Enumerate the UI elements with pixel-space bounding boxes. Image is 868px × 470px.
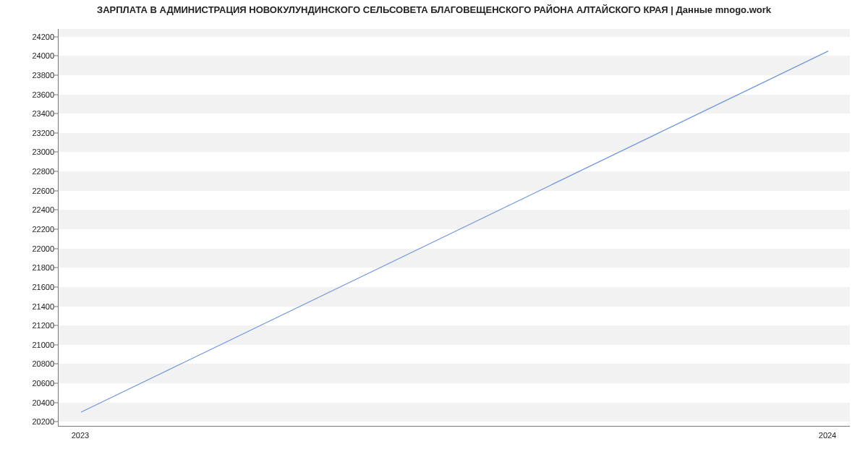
y-tick-mark [54,56,58,56]
y-tick-mark [54,36,58,37]
y-tick-mark [54,114,58,114]
y-tick-mark [54,171,58,172]
y-tick-mark [54,422,58,422]
y-tick-label: 21800 [11,263,54,272]
grid-band [59,364,850,383]
y-tick-mark [54,190,58,191]
y-tick-label: 23400 [11,109,54,118]
plot-area [58,29,850,427]
y-tick-label: 23800 [11,71,54,80]
y-tick-label: 23200 [11,129,54,137]
y-tick-label: 21600 [11,283,54,291]
y-tick-mark [54,402,58,403]
y-tick-label: 22200 [11,225,54,234]
y-tick-mark [54,152,58,153]
y-tick-label: 22000 [11,244,54,253]
y-tick-label: 21000 [11,341,54,349]
y-tick-label: 20800 [11,359,54,368]
grid-band [59,249,850,268]
chart-title: ЗАРПЛАТА В АДМИНИСТРАЦИЯ НОВОКУЛУНДИНСКО… [0,4,868,15]
grid-band [59,29,850,37]
y-tick-label: 22600 [11,187,54,195]
y-tick-label: 22400 [11,205,54,214]
y-tick-label: 23600 [11,90,54,99]
y-tick-mark [54,383,58,384]
y-tick-mark [54,74,58,75]
y-tick-mark [54,94,58,95]
y-tick-mark [54,364,58,364]
grid-band [59,210,850,229]
grid-band [59,95,850,114]
grid-band [59,325,850,345]
y-tick-label: 20200 [11,417,54,426]
y-tick-label: 20400 [11,398,54,407]
y-tick-label: 22800 [11,167,54,176]
chart-container: ЗАРПЛАТА В АДМИНИСТРАЦИЯ НОВОКУЛУНДИНСКО… [0,0,868,470]
y-tick-label: 21400 [11,302,54,311]
y-tick-mark [54,344,58,345]
x-tick-label: 2024 [819,431,836,440]
y-tick-mark [54,248,58,249]
y-tick-mark [54,210,58,210]
y-tick-label: 20600 [11,379,54,388]
x-tick-label: 2023 [72,431,89,440]
grid-band [59,171,850,191]
y-tick-mark [54,286,58,287]
grid-band [59,133,850,153]
y-tick-mark [54,268,58,268]
y-tick-label: 24200 [11,33,54,41]
y-tick-label: 23000 [11,148,54,156]
y-tick-label: 24000 [11,51,54,60]
grid-band [59,403,850,422]
grid-band [59,56,850,75]
y-tick-mark [54,228,58,229]
y-tick-mark [54,306,58,307]
y-tick-mark [54,325,58,326]
grid-band [59,287,850,307]
y-tick-mark [54,132,58,133]
y-tick-label: 21200 [11,321,54,330]
